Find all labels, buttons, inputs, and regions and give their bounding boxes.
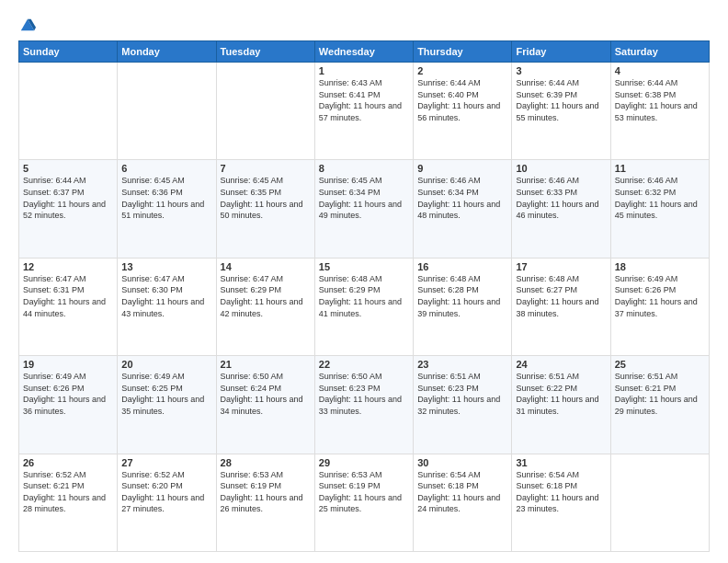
cell-sun-info: Sunrise: 6:46 AMSunset: 6:33 PMDaylight:… (516, 175, 606, 221)
header (18, 17, 710, 33)
calendar-cell: 3Sunrise: 6:44 AMSunset: 6:39 PMDaylight… (512, 63, 610, 160)
calendar-cell: 22Sunrise: 6:50 AMSunset: 6:23 PMDayligh… (314, 356, 413, 454)
day-number: 8 (319, 163, 409, 174)
calendar-cell: 10Sunrise: 6:46 AMSunset: 6:33 PMDayligh… (512, 160, 610, 258)
day-number: 18 (615, 261, 705, 272)
calendar-cell: 2Sunrise: 6:44 AMSunset: 6:40 PMDaylight… (414, 63, 512, 160)
cell-sun-info: Sunrise: 6:52 AMSunset: 6:21 PMDaylight:… (23, 469, 113, 515)
day-number: 2 (417, 65, 507, 76)
day-number: 11 (615, 163, 705, 174)
cell-sun-info: Sunrise: 6:53 AMSunset: 6:19 PMDaylight:… (319, 469, 409, 515)
cell-sun-info: Sunrise: 6:43 AMSunset: 6:41 PMDaylight:… (319, 77, 409, 123)
day-number: 21 (221, 359, 311, 370)
calendar-cell: 1Sunrise: 6:43 AMSunset: 6:41 PMDaylight… (314, 63, 413, 160)
calendar-cell: 29Sunrise: 6:53 AMSunset: 6:19 PMDayligh… (314, 454, 413, 551)
day-number: 1 (319, 65, 409, 76)
day-number: 22 (319, 359, 409, 370)
day-number: 16 (417, 261, 507, 272)
day-number: 13 (121, 261, 211, 272)
calendar-cell: 8Sunrise: 6:45 AMSunset: 6:34 PMDaylight… (314, 160, 413, 258)
cell-sun-info: Sunrise: 6:49 AMSunset: 6:26 PMDaylight:… (615, 273, 705, 319)
calendar-week-row: 5Sunrise: 6:44 AMSunset: 6:37 PMDaylight… (19, 160, 710, 258)
cell-sun-info: Sunrise: 6:50 AMSunset: 6:23 PMDaylight:… (319, 371, 409, 417)
calendar-cell (19, 63, 118, 160)
cell-sun-info: Sunrise: 6:47 AMSunset: 6:31 PMDaylight:… (23, 273, 113, 319)
calendar-cell: 27Sunrise: 6:52 AMSunset: 6:20 PMDayligh… (118, 454, 216, 551)
calendar-cell: 24Sunrise: 6:51 AMSunset: 6:22 PMDayligh… (512, 356, 610, 454)
cell-sun-info: Sunrise: 6:47 AMSunset: 6:29 PMDaylight:… (221, 273, 311, 319)
day-number: 12 (23, 261, 113, 272)
calendar-table: Sunday Monday Tuesday Wednesday Thursday… (18, 40, 710, 552)
calendar-cell: 20Sunrise: 6:49 AMSunset: 6:25 PMDayligh… (118, 356, 216, 454)
header-friday: Friday (512, 41, 610, 63)
cell-sun-info: Sunrise: 6:44 AMSunset: 6:40 PMDaylight:… (417, 77, 507, 123)
calendar-cell (118, 63, 216, 160)
cell-sun-info: Sunrise: 6:48 AMSunset: 6:29 PMDaylight:… (319, 273, 409, 319)
cell-sun-info: Sunrise: 6:48 AMSunset: 6:28 PMDaylight:… (417, 273, 507, 319)
day-number: 30 (417, 457, 507, 468)
calendar-cell: 30Sunrise: 6:54 AMSunset: 6:18 PMDayligh… (414, 454, 512, 551)
day-number: 25 (615, 359, 705, 370)
day-number: 24 (516, 359, 606, 370)
calendar-cell: 14Sunrise: 6:47 AMSunset: 6:29 PMDayligh… (216, 258, 314, 355)
calendar-cell: 4Sunrise: 6:44 AMSunset: 6:38 PMDaylight… (610, 63, 709, 160)
day-number: 20 (121, 359, 211, 370)
cell-sun-info: Sunrise: 6:48 AMSunset: 6:27 PMDaylight:… (516, 273, 606, 319)
header-saturday: Saturday (610, 41, 709, 63)
cell-sun-info: Sunrise: 6:44 AMSunset: 6:39 PMDaylight:… (516, 77, 606, 123)
day-number: 7 (221, 163, 311, 174)
cell-sun-info: Sunrise: 6:54 AMSunset: 6:18 PMDaylight:… (417, 469, 507, 515)
calendar-cell: 28Sunrise: 6:53 AMSunset: 6:19 PMDayligh… (216, 454, 314, 551)
calendar-week-row: 1Sunrise: 6:43 AMSunset: 6:41 PMDaylight… (19, 63, 710, 160)
calendar-cell: 6Sunrise: 6:45 AMSunset: 6:36 PMDaylight… (118, 160, 216, 258)
cell-sun-info: Sunrise: 6:47 AMSunset: 6:30 PMDaylight:… (121, 273, 211, 319)
cell-sun-info: Sunrise: 6:45 AMSunset: 6:35 PMDaylight:… (221, 175, 311, 221)
day-number: 17 (516, 261, 606, 272)
calendar-cell: 5Sunrise: 6:44 AMSunset: 6:37 PMDaylight… (19, 160, 118, 258)
calendar-week-row: 19Sunrise: 6:49 AMSunset: 6:26 PMDayligh… (19, 356, 710, 454)
calendar-cell: 23Sunrise: 6:51 AMSunset: 6:23 PMDayligh… (414, 356, 512, 454)
header-sunday: Sunday (19, 41, 118, 63)
cell-sun-info: Sunrise: 6:46 AMSunset: 6:34 PMDaylight:… (417, 175, 507, 221)
cell-sun-info: Sunrise: 6:53 AMSunset: 6:19 PMDaylight:… (221, 469, 311, 515)
day-number: 14 (221, 261, 311, 272)
cell-sun-info: Sunrise: 6:44 AMSunset: 6:37 PMDaylight:… (23, 175, 113, 221)
calendar-cell: 16Sunrise: 6:48 AMSunset: 6:28 PMDayligh… (414, 258, 512, 355)
day-number: 27 (121, 457, 211, 468)
calendar-cell: 11Sunrise: 6:46 AMSunset: 6:32 PMDayligh… (610, 160, 709, 258)
day-number: 31 (516, 457, 606, 468)
page: Sunday Monday Tuesday Wednesday Thursday… (0, 0, 728, 563)
day-number: 3 (516, 65, 606, 76)
calendar-cell: 26Sunrise: 6:52 AMSunset: 6:21 PMDayligh… (19, 454, 118, 551)
logo (18, 17, 37, 33)
logo-icon (19, 17, 36, 33)
day-number: 26 (23, 457, 113, 468)
cell-sun-info: Sunrise: 6:49 AMSunset: 6:25 PMDaylight:… (121, 371, 211, 417)
cell-sun-info: Sunrise: 6:51 AMSunset: 6:23 PMDaylight:… (417, 371, 507, 417)
day-number: 29 (319, 457, 409, 468)
cell-sun-info: Sunrise: 6:45 AMSunset: 6:36 PMDaylight:… (121, 175, 211, 221)
cell-sun-info: Sunrise: 6:50 AMSunset: 6:24 PMDaylight:… (221, 371, 311, 417)
calendar-cell: 9Sunrise: 6:46 AMSunset: 6:34 PMDaylight… (414, 160, 512, 258)
header-tuesday: Tuesday (216, 41, 314, 63)
day-number: 28 (221, 457, 311, 468)
day-number: 15 (319, 261, 409, 272)
calendar-cell: 7Sunrise: 6:45 AMSunset: 6:35 PMDaylight… (216, 160, 314, 258)
cell-sun-info: Sunrise: 6:54 AMSunset: 6:18 PMDaylight:… (516, 469, 606, 515)
calendar-cell (610, 454, 709, 551)
calendar-cell: 13Sunrise: 6:47 AMSunset: 6:30 PMDayligh… (118, 258, 216, 355)
day-number: 5 (23, 163, 113, 174)
cell-sun-info: Sunrise: 6:51 AMSunset: 6:22 PMDaylight:… (516, 371, 606, 417)
calendar-cell: 21Sunrise: 6:50 AMSunset: 6:24 PMDayligh… (216, 356, 314, 454)
cell-sun-info: Sunrise: 6:49 AMSunset: 6:26 PMDaylight:… (23, 371, 113, 417)
calendar-cell: 19Sunrise: 6:49 AMSunset: 6:26 PMDayligh… (19, 356, 118, 454)
day-number: 23 (417, 359, 507, 370)
cell-sun-info: Sunrise: 6:52 AMSunset: 6:20 PMDaylight:… (121, 469, 211, 515)
day-number: 4 (615, 65, 705, 76)
cell-sun-info: Sunrise: 6:51 AMSunset: 6:21 PMDaylight:… (615, 371, 705, 417)
calendar-cell (216, 63, 314, 160)
cell-sun-info: Sunrise: 6:44 AMSunset: 6:38 PMDaylight:… (615, 77, 705, 123)
calendar-cell: 12Sunrise: 6:47 AMSunset: 6:31 PMDayligh… (19, 258, 118, 355)
day-number: 10 (516, 163, 606, 174)
day-number: 19 (23, 359, 113, 370)
